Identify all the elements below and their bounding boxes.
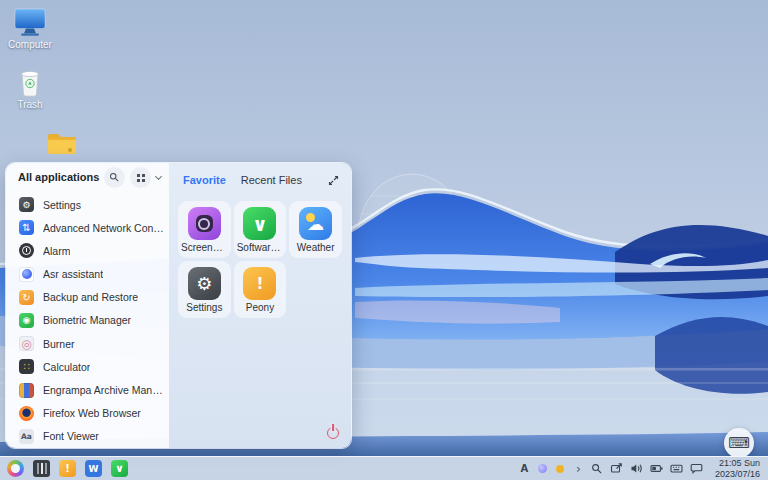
favorites-tabs: Favorite Recent Files xyxy=(169,163,351,197)
desktop-icon-label: Trash xyxy=(17,99,42,110)
power-button[interactable] xyxy=(327,427,339,439)
system-tray: A › 21:05 Sun 2023/ xyxy=(519,458,760,478)
trash-icon xyxy=(17,68,43,97)
app-list-item-biometric[interactable]: ◉ Biometric Manager xyxy=(6,309,169,332)
app-list-item-archive-manager[interactable]: Engrampa Archive Manager xyxy=(6,378,169,401)
tray-expand-icon[interactable]: › xyxy=(573,462,584,476)
taskbar: ! W ∨ A › xyxy=(0,456,768,480)
desktop-icon-label: Computer xyxy=(8,39,52,50)
app-list-item-asr-assistant[interactable]: Asr assistant xyxy=(6,263,169,286)
virtual-keyboard-icon: ⌨ xyxy=(728,434,750,452)
task-view-button[interactable] xyxy=(33,460,50,477)
favorite-tile-settings[interactable]: ⚙ Settings xyxy=(178,261,231,318)
taskbar-wps-office-icon[interactable]: W xyxy=(85,460,102,477)
tab-favorite[interactable]: Favorite xyxy=(183,174,226,186)
taskbar-software-store-icon[interactable]: ∨ xyxy=(111,460,128,477)
search-button[interactable] xyxy=(104,167,125,188)
firefox-icon xyxy=(19,406,34,421)
favorites-grid: Screenshot ∨ Software S... ☁ Weather ⚙ S… xyxy=(169,197,351,322)
virtual-keyboard-button[interactable]: ⌨ xyxy=(724,428,754,458)
app-list-item-calculator[interactable]: ∷ Calculator xyxy=(6,355,169,378)
start-menu: All applications ⚙ Settings ⇅ xyxy=(5,162,352,449)
start-menu-app-list-panel: All applications ⚙ Settings ⇅ xyxy=(6,163,169,448)
software-store-icon: ∨ xyxy=(243,207,276,240)
weather-icon: ☁ xyxy=(299,207,332,240)
tray-app-purple-icon[interactable] xyxy=(537,462,548,476)
biometric-icon: ◉ xyxy=(19,313,34,328)
app-list-item-font-viewer[interactable]: Aa Font Viewer xyxy=(6,425,169,448)
taskbar-clock[interactable]: 21:05 Sun 2023/07/16 xyxy=(715,458,760,478)
project-screen-icon[interactable] xyxy=(610,462,623,476)
keyboard-tray-icon[interactable] xyxy=(670,462,683,476)
search-icon[interactable] xyxy=(591,462,603,476)
asr-assistant-icon xyxy=(19,267,34,282)
archive-manager-icon xyxy=(19,383,34,398)
clock-date: 2023/07/16 xyxy=(715,469,760,479)
notification-icon[interactable] xyxy=(690,462,703,476)
app-list-item-backup-restore[interactable]: ↻ Backup and Restore xyxy=(6,286,169,309)
expand-icon xyxy=(328,175,339,186)
favorite-tile-software-store[interactable]: ∨ Software S... xyxy=(234,201,287,258)
app-list-item-settings[interactable]: ⚙ Settings xyxy=(6,193,169,216)
disc-burner-icon: ◎ xyxy=(19,336,34,351)
favorite-tile-weather[interactable]: ☁ Weather xyxy=(289,201,342,258)
taskbar-peony-files-icon[interactable]: ! xyxy=(59,460,76,477)
network-config-icon: ⇅ xyxy=(19,220,34,235)
clock-time: 21:05 Sun xyxy=(715,458,760,468)
grid-view-icon xyxy=(137,174,140,177)
favorite-tile-screenshot[interactable]: Screenshot xyxy=(178,201,231,258)
start-menu-button[interactable] xyxy=(7,460,24,477)
font-viewer-icon: Aa xyxy=(19,429,34,444)
app-list-item-network-config[interactable]: ⇅ Advanced Network Configura... xyxy=(6,216,169,239)
computer-icon xyxy=(12,8,48,37)
alarm-icon xyxy=(19,243,34,258)
favorite-tile-peony[interactable]: ! Peony xyxy=(234,261,287,318)
app-list-header: All applications xyxy=(6,163,169,192)
volume-icon[interactable] xyxy=(630,462,643,476)
app-list-item-burner[interactable]: ◎ Burner xyxy=(6,332,169,355)
desktop-icon-trash[interactable]: Trash xyxy=(4,68,56,110)
app-list-item-firefox[interactable]: Firefox Web Browser xyxy=(6,402,169,425)
settings-icon: ⚙ xyxy=(19,197,34,212)
app-list: ⚙ Settings ⇅ Advanced Network Configura.… xyxy=(6,192,169,448)
all-applications-title: All applications xyxy=(18,171,99,183)
search-icon xyxy=(109,172,120,183)
desktop-icon-computer[interactable]: Computer xyxy=(4,8,56,50)
chevron-down-icon[interactable] xyxy=(155,173,162,180)
desktop-screen: Computer Trash All ap xyxy=(0,0,768,480)
view-toggle-button[interactable] xyxy=(130,167,151,188)
backup-restore-icon: ↻ xyxy=(19,290,34,305)
peony-files-icon: ! xyxy=(243,267,276,300)
calculator-icon: ∷ xyxy=(19,359,34,374)
folder-icon xyxy=(46,131,78,156)
input-method-icon[interactable]: A xyxy=(519,462,530,476)
settings-icon: ⚙ xyxy=(188,267,221,300)
battery-icon[interactable] xyxy=(650,462,663,476)
screenshot-icon xyxy=(188,207,221,240)
tray-app-yellow-icon[interactable] xyxy=(555,462,566,476)
taskbar-pinned-apps: ! W ∨ xyxy=(7,460,128,477)
tab-recent-files[interactable]: Recent Files xyxy=(241,174,302,186)
expand-menu-button[interactable] xyxy=(328,175,339,186)
desktop-icon-folder[interactable] xyxy=(45,131,79,156)
start-menu-favorites-panel: Favorite Recent Files Screenshot ∨ Softw… xyxy=(169,163,351,448)
app-list-item-alarm[interactable]: Alarm xyxy=(6,239,169,262)
